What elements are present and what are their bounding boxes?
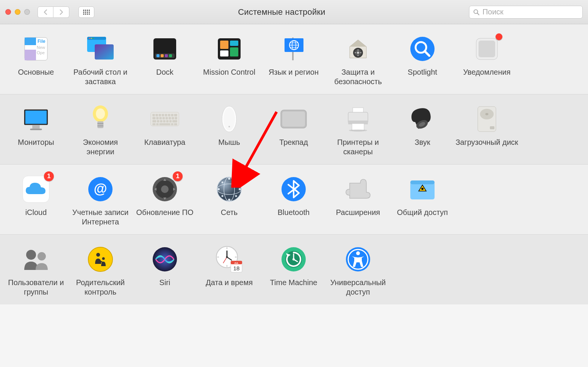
svg-point-125 [235,182,237,184]
notification-dot [496,33,502,40]
pref-parental-controls[interactable]: Родительский контроль [68,245,133,297]
notifications-icon [472,34,502,64]
pref-language-region[interactable]: Язык и регион [261,34,326,86]
printers-icon [343,104,373,134]
svg-point-23 [91,38,92,39]
displays-icon [21,104,51,134]
svg-rect-36 [220,50,228,56]
pref-label: Язык и регион [269,67,319,86]
pref-label: Трекпад [279,138,308,157]
pref-security[interactable]: Защита и безопасность [326,34,390,86]
security-icon [343,34,373,64]
pref-label: Принтеры и сканеры [326,138,390,157]
svg-point-130 [421,188,424,190]
svg-rect-33 [220,41,228,49]
pref-startup-disk[interactable]: Загрузочный диск [455,104,519,157]
keyboard-icon [150,104,180,134]
search-field[interactable] [469,6,583,19]
pref-energy-saver[interactable]: Экономия энергии [68,104,133,157]
svg-point-115 [161,185,169,193]
close-window-button[interactable] [5,9,11,15]
svg-point-133 [88,247,113,271]
pref-icloud[interactable]: 1 iCloud [4,174,68,227]
svg-point-103 [349,129,367,132]
svg-point-158 [356,251,360,255]
pref-time-machine[interactable]: Time Machine [261,245,326,297]
pref-mission-control[interactable]: Mission Control [197,34,261,86]
svg-point-122 [217,188,220,190]
forward-button[interactable] [53,6,69,18]
pref-sharing[interactable]: Общий доступ [390,174,455,227]
pref-users-groups[interactable]: Пользователи и группы [4,245,68,297]
svg-point-3 [89,9,90,11]
row-hardware: Мониторы Экономия энергии [0,94,588,165]
pref-internet-accounts[interactable]: @ Учетные записи Интернета [68,174,133,227]
svg-rect-79 [169,117,171,119]
pref-spotlight[interactable]: Spotlight [390,34,455,86]
mission-control-icon [214,34,244,64]
svg-rect-129 [410,180,435,184]
svg-point-10 [87,13,88,14]
pref-label: Расширения [336,208,380,227]
pref-displays[interactable]: Мониторы [4,104,68,157]
row-internet: 1 iCloud @ Учетные записи Интернета 1 [0,165,588,235]
show-all-button[interactable] [78,6,94,18]
pref-label: Dock [156,67,174,86]
svg-rect-72 [171,114,173,116]
search-input[interactable] [482,8,579,16]
pref-network[interactable]: Сеть [197,174,261,227]
svg-point-51 [410,37,435,61]
preferences-grid: File New Ope Основные Рабочий стол и зас… [0,24,588,304]
back-button[interactable] [38,6,53,18]
row-personal: File New Ope Основные Рабочий стол и зас… [0,24,588,94]
pref-label: Spotlight [408,67,437,86]
pref-notifications[interactable]: Уведомления [455,34,519,86]
pref-keyboard[interactable]: Клавиатура [133,104,197,157]
pref-trackpad[interactable]: Трекпад [261,104,326,157]
pref-label: Звук [414,138,430,157]
svg-point-6 [87,11,88,13]
svg-point-96 [228,126,230,127]
svg-text:Ope: Ope [37,50,45,55]
pref-accessibility[interactable]: Универсальный доступ [326,245,390,297]
pref-label: iCloud [25,208,47,227]
sound-icon [408,104,437,134]
window-title: Системные настройки [100,7,464,17]
svg-rect-109 [490,126,494,129]
pref-label: Siri [160,278,170,297]
date-time-icon: JUL 18 [214,245,244,274]
svg-point-8 [83,13,84,14]
pref-label: Рабочий стол и заставка [68,67,133,86]
svg-rect-71 [168,114,170,116]
svg-rect-58 [32,125,40,129]
zoom-window-button[interactable] [24,9,30,15]
pref-date-time[interactable]: JUL 18 Дата и время [197,245,261,297]
svg-text:New: New [37,45,45,50]
svg-point-134 [96,253,100,257]
svg-point-126 [222,195,224,197]
pref-printers[interactable]: Принтеры и сканеры [326,104,390,157]
pref-bluetooth[interactable]: Bluetooth [261,174,326,227]
pref-dock[interactable]: Dock [133,34,197,86]
svg-rect-81 [175,117,177,119]
svg-rect-74 [152,117,155,119]
pref-desktop[interactable]: Рабочий стол и заставка [68,34,133,86]
pref-label: Мышь [218,138,240,157]
pref-software-update[interactable]: 1 Обновление ПО [133,174,197,227]
pref-mouse[interactable]: Мышь [197,104,261,157]
pref-general[interactable]: File New Ope Основные [4,34,68,86]
minimize-window-button[interactable] [15,9,20,15]
svg-rect-19 [25,50,36,60]
icloud-icon: 1 [21,174,51,204]
svg-point-121 [228,199,230,201]
pref-extensions[interactable]: Расширения [326,174,390,227]
svg-rect-92 [171,123,173,125]
svg-rect-75 [156,117,158,119]
pref-sound[interactable]: Звук [390,104,455,157]
svg-point-155 [292,258,295,260]
language-region-icon [279,34,308,64]
svg-point-132 [38,252,46,260]
startup-disk-icon [472,104,502,134]
pref-siri[interactable]: Siri [133,245,197,297]
svg-rect-62 [97,121,103,128]
